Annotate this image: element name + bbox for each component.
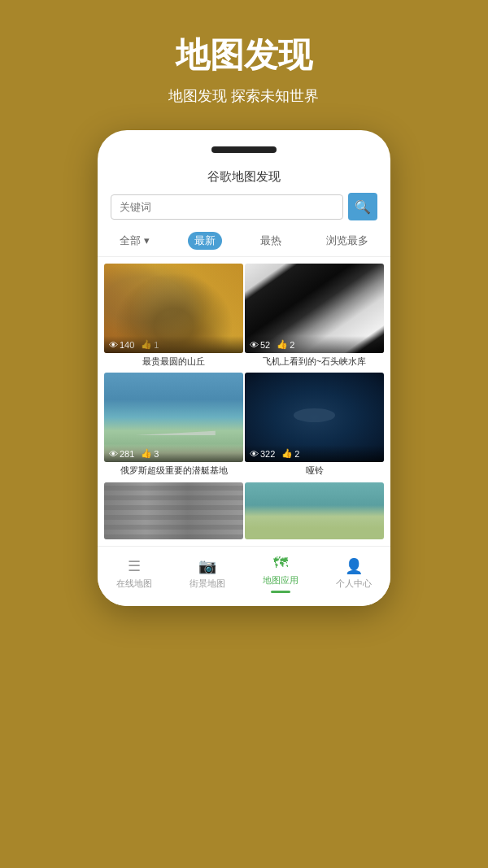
like-icon-3: 👍 bbox=[141, 448, 152, 459]
like-stat-3: 👍 3 bbox=[141, 448, 159, 459]
grid-container: 👁 140 👍 1 最贵最圆的山丘 👁 bbox=[98, 257, 390, 539]
grid-item-1[interactable]: 👁 140 👍 1 最贵最圆的山丘 bbox=[104, 264, 243, 371]
view-stat-1: 👁 140 bbox=[109, 340, 134, 350]
grid-overlay-4: 👁 322 👍 2 bbox=[245, 445, 384, 462]
nav-item-street[interactable]: 📷 街景地图 bbox=[171, 557, 244, 590]
bottom-nav: ☰ 在线地图 📷 街景地图 🗺 地图应用 👤 个人中心 bbox=[98, 546, 390, 606]
filter-tabs: 全部 最新 最热 浏览最多 bbox=[98, 229, 390, 257]
phone-notch bbox=[211, 146, 277, 153]
nav-item-apps[interactable]: 🗺 地图应用 bbox=[244, 555, 317, 593]
grid-overlay-3: 👁 281 👍 3 bbox=[104, 445, 243, 462]
phone-container: 谷歌地图发现 🔍 全部 最新 最热 浏览最多 👁 140 bbox=[98, 130, 390, 606]
like-stat-2: 👍 2 bbox=[277, 339, 294, 350]
nav-icon-profile: 👤 bbox=[345, 557, 363, 575]
grid-item-2[interactable]: 👁 52 👍 2 飞机上看到的~石头峡水库 bbox=[245, 264, 384, 371]
phone-screen: 谷歌地图发现 🔍 全部 最新 最热 浏览最多 👁 140 bbox=[98, 166, 390, 606]
like-stat-4: 👍 2 bbox=[281, 448, 299, 459]
view-count-3: 281 bbox=[120, 449, 134, 459]
item-label-3: 俄罗斯超级重要的潜艇基地 bbox=[104, 462, 243, 480]
nav-label-street: 街景地图 bbox=[190, 578, 225, 590]
like-stat-1: 👍 1 bbox=[141, 339, 159, 350]
view-count-1: 140 bbox=[120, 340, 134, 350]
nav-label-profile: 个人中心 bbox=[336, 578, 372, 590]
nav-label-apps: 地图应用 bbox=[263, 574, 298, 587]
like-icon-2: 👍 bbox=[277, 339, 288, 350]
view-stat-3: 👁 281 bbox=[109, 449, 134, 459]
main-title: 地图发现 bbox=[16, 33, 472, 78]
nav-label-map: 在线地图 bbox=[116, 578, 152, 590]
item-label-1: 最贵最圆的山丘 bbox=[104, 353, 243, 371]
view-count-2: 52 bbox=[260, 340, 270, 350]
view-stat-2: 👁 52 bbox=[250, 340, 270, 350]
item-label-4: 哑铃 bbox=[245, 462, 384, 480]
header-section: 地图发现 地图发现 探索未知世界 bbox=[0, 0, 488, 130]
like-icon-1: 👍 bbox=[141, 339, 152, 350]
grid-overlay-1: 👁 140 👍 1 bbox=[104, 336, 243, 353]
like-count-3: 3 bbox=[154, 449, 159, 459]
like-count-2: 2 bbox=[290, 340, 294, 350]
item-label-2: 飞机上看到的~石头峡水库 bbox=[245, 353, 384, 371]
nav-item-map[interactable]: ☰ 在线地图 bbox=[98, 557, 171, 590]
search-button[interactable]: 🔍 bbox=[348, 193, 377, 220]
grid-item-3[interactable]: 👁 281 👍 3 俄罗斯超级重要的潜艇基地 bbox=[104, 373, 243, 480]
eye-icon-3: 👁 bbox=[109, 449, 118, 459]
search-input[interactable] bbox=[111, 194, 343, 220]
grid-image-4: 👁 322 👍 2 bbox=[245, 373, 384, 462]
eye-icon-2: 👁 bbox=[250, 340, 259, 350]
grid-image-2: 👁 52 👍 2 bbox=[245, 264, 384, 353]
like-icon-4: 👍 bbox=[281, 448, 293, 459]
grid-image-6 bbox=[245, 482, 384, 539]
grid-item-4[interactable]: 👁 322 👍 2 哑铃 bbox=[245, 373, 384, 480]
like-count-4: 2 bbox=[294, 449, 299, 459]
grid-item-5[interactable] bbox=[104, 482, 243, 539]
grid-image-5 bbox=[104, 482, 243, 539]
filter-tab-hot[interactable]: 最热 bbox=[254, 232, 288, 250]
grid-overlay-2: 👁 52 👍 2 bbox=[245, 336, 384, 353]
filter-tab-all[interactable]: 全部 bbox=[113, 232, 156, 250]
grid-image-1: 👁 140 👍 1 bbox=[104, 264, 243, 353]
nav-item-profile[interactable]: 👤 个人中心 bbox=[317, 557, 390, 590]
nav-icon-street: 📷 bbox=[198, 557, 216, 575]
sub-title: 地图发现 探索未知世界 bbox=[16, 86, 472, 106]
screen-title: 谷歌地图发现 bbox=[98, 166, 390, 193]
nav-active-bar bbox=[271, 591, 290, 593]
eye-icon-1: 👁 bbox=[109, 340, 118, 350]
view-count-4: 322 bbox=[260, 449, 275, 459]
nav-icon-apps: 🗺 bbox=[273, 555, 288, 572]
grid-image-3: 👁 281 👍 3 bbox=[104, 373, 243, 462]
search-bar: 🔍 bbox=[111, 193, 377, 220]
nav-icon-map: ☰ bbox=[128, 557, 141, 575]
filter-tab-newest[interactable]: 最新 bbox=[188, 232, 222, 250]
filter-tab-most-viewed[interactable]: 浏览最多 bbox=[320, 232, 375, 250]
eye-icon-4: 👁 bbox=[250, 449, 259, 459]
view-stat-4: 👁 322 bbox=[250, 449, 275, 459]
grid-item-6[interactable] bbox=[245, 482, 384, 539]
like-count-1: 1 bbox=[154, 340, 159, 350]
